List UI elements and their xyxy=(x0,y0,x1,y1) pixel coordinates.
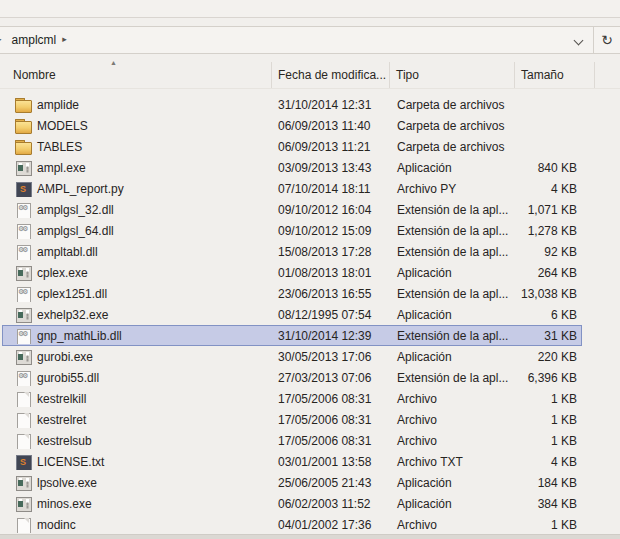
file-row[interactable]: kestrelkill 17/05/2006 08:31 Archivo 1 K… xyxy=(2,388,582,409)
file-date: 31/10/2014 12:31 xyxy=(275,98,393,112)
file-size: 220 KB xyxy=(511,350,577,364)
breadcrumb-expand-arrow-icon[interactable]: ▸ xyxy=(62,34,67,44)
file-name-cell: kestrelkill xyxy=(3,391,275,407)
file-size: 384 KB xyxy=(511,497,577,511)
file-row[interactable]: amplgsl_32.dll 09/10/2012 16:04 Extensió… xyxy=(2,199,582,220)
dll-icon xyxy=(14,328,32,344)
file-name-cell: MODELS xyxy=(3,118,275,134)
dll-icon xyxy=(14,223,32,239)
file-row[interactable]: MODELS 06/09/2013 11:40 Carpeta de archi… xyxy=(2,115,582,136)
column-resize-handle[interactable] xyxy=(271,62,272,88)
column-header-tipo[interactable]: Tipo xyxy=(396,68,419,82)
breadcrumb[interactable]: amplcml xyxy=(12,33,57,47)
file-name: ampl.exe xyxy=(37,161,86,175)
file-size: 264 KB xyxy=(511,266,577,280)
explorer-window: ▸ amplcml ▸ ↻ ▲ Nombre Fecha de modifica… xyxy=(0,0,620,539)
dll-icon xyxy=(14,202,32,218)
file-row[interactable]: AMPL_report.py 07/10/2014 18:11 Archivo … xyxy=(2,178,582,199)
column-header-tamano[interactable]: Tamaño xyxy=(521,68,564,82)
file-date: 06/09/2013 11:21 xyxy=(275,140,393,154)
file-type: Extensión de la apl... xyxy=(393,371,511,385)
file-icon xyxy=(14,433,32,449)
file-date: 17/05/2006 08:31 xyxy=(275,413,393,427)
file-date: 09/10/2012 16:04 xyxy=(275,203,393,217)
file-row[interactable]: amplgsl_64.dll 09/10/2012 15:09 Extensió… xyxy=(2,220,582,241)
file-type: Aplicación xyxy=(393,266,511,280)
file-date: 17/05/2006 08:31 xyxy=(275,392,393,406)
file-size: 31 KB xyxy=(511,329,577,343)
breadcrumb-root-arrow-icon[interactable]: ▸ xyxy=(0,34,2,44)
file-name: AMPL_report.py xyxy=(37,182,124,196)
file-name: gnp_mathLib.dll xyxy=(37,329,122,343)
app-icon xyxy=(14,160,32,176)
file-row[interactable]: gurobi.exe 30/05/2013 17:06 Aplicación 2… xyxy=(2,346,582,367)
file-type: Archivo xyxy=(393,392,511,406)
file-name-cell: amplgsl_32.dll xyxy=(3,202,275,218)
file-size: 1,278 KB xyxy=(511,224,577,238)
file-row[interactable]: amplide 31/10/2014 12:31 Carpeta de arch… xyxy=(2,94,582,115)
file-row[interactable]: LICENSE.txt 03/01/2001 13:58 Archivo TXT… xyxy=(2,451,582,472)
file-date: 03/09/2013 13:43 xyxy=(275,161,393,175)
column-resize-handle[interactable] xyxy=(594,62,595,88)
file-row[interactable]: gurobi55.dll 27/03/2013 07:06 Extensión … xyxy=(2,367,582,388)
column-resize-handle[interactable] xyxy=(514,62,515,88)
app-icon xyxy=(14,475,32,491)
app-icon xyxy=(14,307,32,323)
file-row[interactable]: modinc 04/01/2002 17:36 Archivo 1 KB xyxy=(2,514,582,535)
file-name: exhelp32.exe xyxy=(37,308,108,322)
column-header-nombre[interactable]: Nombre xyxy=(13,68,56,82)
file-row[interactable]: lpsolve.exe 25/06/2005 21:43 Aplicación … xyxy=(2,472,582,493)
window-bottom-edge xyxy=(0,534,620,539)
file-type: Archivo TXT xyxy=(393,455,511,469)
file-type: Aplicación xyxy=(393,350,511,364)
file-name-cell: TABLES xyxy=(3,139,275,155)
sublime-icon xyxy=(14,181,32,197)
column-header-fecha[interactable]: Fecha de modifica... xyxy=(278,68,386,82)
file-name-cell: gurobi55.dll xyxy=(3,370,275,386)
file-list: amplide 31/10/2014 12:31 Carpeta de arch… xyxy=(0,94,620,535)
file-type: Extensión de la apl... xyxy=(393,224,511,238)
file-name: ampltabl.dll xyxy=(37,245,98,259)
file-name-cell: ampl.exe xyxy=(3,160,275,176)
address-dropdown-chevron-icon[interactable] xyxy=(575,36,583,44)
file-size: 13,038 KB xyxy=(511,287,577,301)
file-date: 25/06/2005 21:43 xyxy=(275,476,393,490)
dll-icon xyxy=(14,286,32,302)
file-row[interactable]: TABLES 06/09/2013 11:21 Carpeta de archi… xyxy=(2,136,582,157)
dll-icon xyxy=(14,244,32,260)
address-bar[interactable]: ▸ amplcml ▸ ↻ xyxy=(0,26,620,54)
file-name: kestrelkill xyxy=(37,392,86,406)
file-name: kestrelsub xyxy=(37,434,92,448)
file-row[interactable]: minos.exe 06/02/2003 11:52 Aplicación 38… xyxy=(2,493,582,514)
file-name: lpsolve.exe xyxy=(37,476,97,490)
file-type: Archivo xyxy=(393,413,511,427)
file-row[interactable]: kestrelret 17/05/2006 08:31 Archivo 1 KB xyxy=(2,409,582,430)
app-icon xyxy=(14,496,32,512)
file-name-cell: minos.exe xyxy=(3,496,275,512)
file-name: amplgsl_32.dll xyxy=(37,203,114,217)
file-type: Aplicación xyxy=(393,476,511,490)
file-size: 6 KB xyxy=(511,308,577,322)
folder-icon xyxy=(14,118,32,134)
file-row[interactable]: exhelp32.exe 08/12/1995 07:54 Aplicación… xyxy=(2,304,582,325)
file-row[interactable]: cplex.exe 01/08/2013 18:01 Aplicación 26… xyxy=(2,262,582,283)
file-date: 09/10/2012 15:09 xyxy=(275,224,393,238)
file-size: 1 KB xyxy=(511,518,577,532)
file-row[interactable]: gnp_mathLib.dll 31/10/2014 12:39 Extensi… xyxy=(2,325,582,346)
column-resize-handle[interactable] xyxy=(389,62,390,88)
file-type: Aplicación xyxy=(393,308,511,322)
file-row[interactable]: ampltabl.dll 15/08/2013 17:28 Extensión … xyxy=(2,241,582,262)
file-row[interactable]: kestrelsub 17/05/2006 08:31 Archivo 1 KB xyxy=(2,430,582,451)
file-name: amplide xyxy=(37,98,79,112)
file-size: 1 KB xyxy=(511,434,577,448)
refresh-icon: ↻ xyxy=(601,32,613,48)
file-name-cell: gnp_mathLib.dll xyxy=(3,328,275,344)
file-date: 04/01/2002 17:36 xyxy=(275,518,393,532)
file-row[interactable]: ampl.exe 03/09/2013 13:43 Aplicación 840… xyxy=(2,157,582,178)
file-type: Archivo PY xyxy=(393,182,511,196)
file-row[interactable]: cplex1251.dll 23/06/2013 16:55 Extensión… xyxy=(2,283,582,304)
file-date: 06/09/2013 11:40 xyxy=(275,119,393,133)
refresh-button[interactable]: ↻ xyxy=(594,26,620,54)
file-type: Extensión de la apl... xyxy=(393,245,511,259)
file-date: 30/05/2013 17:06 xyxy=(275,350,393,364)
